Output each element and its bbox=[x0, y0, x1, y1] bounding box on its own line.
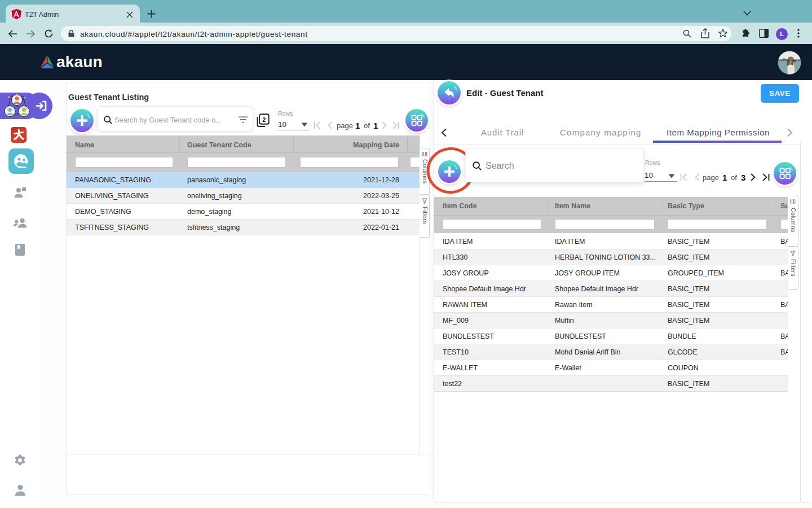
svg-text:2: 2 bbox=[262, 116, 266, 123]
